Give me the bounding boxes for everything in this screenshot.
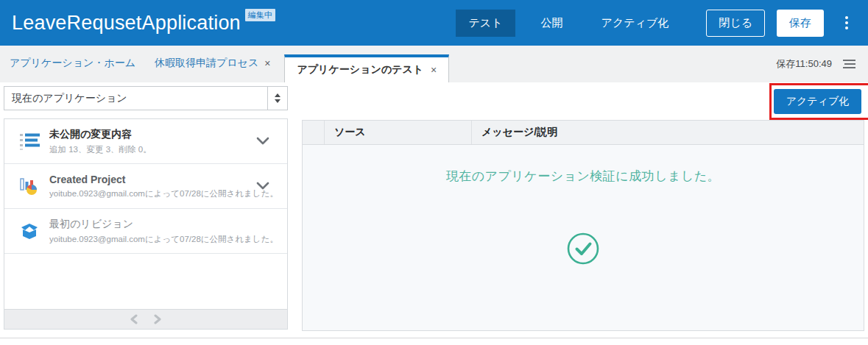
test-results-panel: ソース メッセージ/説明 現在のアプリケーション検証に成功しました。 xyxy=(302,120,864,331)
kebab-menu-icon[interactable] xyxy=(840,14,853,32)
nav-item-activate[interactable]: アクティブ化 xyxy=(589,10,682,37)
app-header: LeaveRequsetApplication 編集中 テスト 公開 アクティブ… xyxy=(0,0,868,46)
activate-button[interactable]: アクティブ化 xyxy=(774,89,861,114)
validation-success-message: 現在のアプリケーション検証に成功しました。 xyxy=(303,168,864,185)
revision-item-created-project[interactable]: Created Project yoitube.0923@gmail.comによ… xyxy=(4,164,287,209)
column-message: メッセージ/説明 xyxy=(472,121,864,144)
saved-timestamp: 保存11:50:49 xyxy=(776,57,832,71)
app-title: LeaveRequsetApplication xyxy=(12,0,241,46)
tab-label: 休暇取得申請プロセス xyxy=(155,57,258,70)
revision-text: Created Project yoitube.0923@gmail.comによ… xyxy=(49,174,287,199)
chevron-down-icon[interactable] xyxy=(256,135,269,148)
save-button[interactable]: 保存 xyxy=(777,10,824,37)
page-next-icon[interactable] xyxy=(153,314,162,324)
revisions-panel: 未公開の変更内容 追加 13、変更 3、削除 0。 Created Proj xyxy=(4,118,288,330)
panel-spacer xyxy=(4,254,287,309)
close-button[interactable]: 閉じる xyxy=(706,10,765,37)
results-table-body: 現在のアプリケーション検証に成功しました。 xyxy=(303,145,864,330)
revision-text: 最初のリビジョン yoitube.0923@gmail.comによって07/28… xyxy=(49,218,287,245)
chevron-down-icon[interactable] xyxy=(256,179,269,193)
bottom-divider xyxy=(0,338,868,338)
page-previous-icon[interactable] xyxy=(130,314,138,324)
tabbar-right: 保存11:50:49 xyxy=(776,46,858,82)
tab-application-home[interactable]: アプリケーション・ホーム xyxy=(0,57,145,82)
tab-close-icon[interactable]: × xyxy=(264,57,270,69)
revision-subtitle: 追加 13、変更 3、削除 0。 xyxy=(49,144,152,155)
nav-item-publish[interactable]: 公開 xyxy=(529,10,576,37)
editing-status-badge: 編集中 xyxy=(245,9,275,21)
revision-subtitle: yoitube.0923@gmail.comによって07/28に公開されました。 xyxy=(49,188,246,199)
results-table-header: ソース メッセージ/説明 xyxy=(303,121,864,145)
revision-box-icon xyxy=(20,221,40,241)
tab-label: アプリケーションのテスト xyxy=(297,63,423,77)
nav-item-test[interactable]: テスト xyxy=(456,10,515,37)
tab-leave-request-process[interactable]: 休暇取得申請プロセス × xyxy=(145,57,280,82)
tab-bar: アプリケーション・ホーム 休暇取得申請プロセス × アプリケーションのテスト ×… xyxy=(0,46,868,82)
revision-subtitle: yoitube.0923@gmail.comによって07/28に公開されました。 xyxy=(49,234,246,245)
tab-application-test[interactable]: アプリケーションのテスト × xyxy=(284,54,449,82)
revisions-pagination xyxy=(4,309,287,329)
title-wrap: LeaveRequsetApplication 編集中 xyxy=(12,0,275,46)
project-chart-icon xyxy=(20,177,40,196)
revision-title: 未公開の変更内容 xyxy=(49,128,152,141)
header-nav: テスト 公開 アクティブ化 閉じる 保存 xyxy=(456,0,858,46)
revision-text: 未公開の変更内容 追加 13、変更 3、削除 0。 xyxy=(49,128,193,155)
changes-list-icon xyxy=(20,132,40,150)
application-selector[interactable]: 現在のアプリケーション xyxy=(4,86,288,110)
revision-item-first-revision[interactable]: 最初のリビジョン yoitube.0923@gmail.comによって07/28… xyxy=(4,209,287,254)
revision-title: 最初のリビジョン xyxy=(49,218,246,231)
revision-item-unpublished-changes[interactable]: 未公開の変更内容 追加 13、変更 3、削除 0。 xyxy=(4,119,287,164)
app-window: LeaveRequsetApplication 編集中 テスト 公開 アクティブ… xyxy=(0,0,868,345)
column-gutter xyxy=(303,121,325,144)
history-list-icon[interactable] xyxy=(841,57,858,71)
revision-title: Created Project xyxy=(49,174,246,185)
tab-close-icon[interactable]: × xyxy=(431,64,437,76)
check-circle-icon xyxy=(566,232,600,268)
application-selector-value: 現在のアプリケーション xyxy=(4,92,267,105)
tab-label: アプリケーション・ホーム xyxy=(10,57,135,70)
combo-arrows-icon[interactable] xyxy=(267,87,287,110)
column-source: ソース xyxy=(325,121,472,144)
